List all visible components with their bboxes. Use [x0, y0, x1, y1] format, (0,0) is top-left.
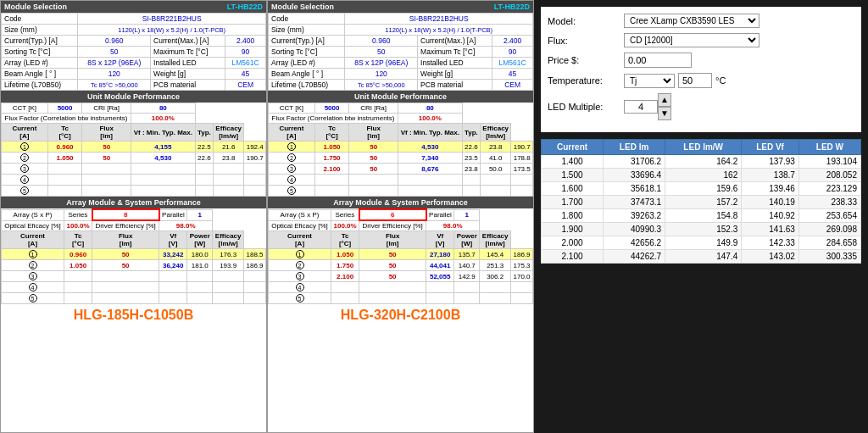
temp-tj-select[interactable]: Tj — [624, 74, 675, 88]
unit-row-0: 1 0.960 50 4,155 22.5 21.6 192.4 — [2, 142, 266, 153]
mod-header-left-left: Module Selection — [4, 3, 67, 11]
temp-label: Temperature: — [548, 75, 624, 86]
price-input[interactable] — [624, 53, 692, 68]
big-label-right: HLG-320H-C2100B — [268, 304, 533, 326]
unit-row-1: 2 1.750 50 7,340 23.5 41.0 178.8 — [269, 153, 533, 164]
array-header-left: Array Module & System Performance — [1, 197, 266, 208]
array-config-table-right: Array (S x P) Series 6 Parallel 1 Optica… — [268, 208, 533, 304]
modules-panel: Module Selection LT-HB22D Code SI-B8R221… — [0, 0, 534, 433]
flux-select[interactable]: CD [12000] — [624, 33, 760, 47]
module-col-right: Module Selection LT-HB22D Code SI-B8R221… — [267, 0, 534, 433]
unit-header-left: Unit Module Performance — [1, 91, 266, 103]
unit-row-2: 3 — [2, 164, 266, 175]
array-header-right: Array Module & System Performance — [268, 197, 533, 208]
led-data-table: Current LED lm LED lm/W LED Vf LED W 1.4… — [541, 139, 861, 264]
array-row-3: 4 — [269, 282, 533, 293]
mod-header-right-left: LT-HB22D — [227, 3, 263, 11]
temp-value-input[interactable] — [678, 73, 712, 88]
cct-table-right: CCT [K] 5000 CRI [Ra] 80 Flux Factor (Co… — [268, 103, 533, 197]
array-row-2: 3 2.100 50 52,055 142.9 306.2 170.0 — [269, 271, 533, 282]
price-label: Price $: — [548, 55, 624, 65]
led-col-vf: LED Vf — [742, 140, 799, 155]
led-table-row: 1.400 31706.2 164.2 137.93 193.104 — [542, 155, 861, 169]
led-multiple-down[interactable]: ▼ — [658, 107, 671, 120]
array-row-3: 4 — [2, 282, 266, 293]
array-config-table-left: Array (S x P) Series 8 Parallel 1 Optica… — [1, 208, 266, 304]
right-panel: Model: Cree XLamp CXB3590 LES Flux: CD [… — [534, 0, 868, 433]
mod-header-right-right: LT-HB22D — [494, 3, 530, 11]
module-col-left: Module Selection LT-HB22D Code SI-B8R221… — [0, 0, 267, 433]
array-row-4: 5 — [269, 293, 533, 304]
model-label: Model: — [548, 16, 624, 26]
info-table-left: Code SI-B8R221B2HUS Size (mm) 1120(L) x … — [1, 13, 266, 91]
unit-row-3: 4 — [2, 175, 266, 186]
mod-header-left-right: Module Selection — [271, 3, 334, 11]
array-row-1: 2 1.750 50 44,041 140.7 251.3 175.3 — [269, 260, 533, 271]
led-multiple-up[interactable]: ▲ — [658, 93, 671, 107]
config-section: Model: Cree XLamp CXB3590 LES Flux: CD [… — [541, 7, 861, 132]
unit-row-1: 2 1.050 50 4,530 22.6 23.8 190.7 — [2, 153, 266, 164]
unit-row-4: 5 — [269, 186, 533, 197]
unit-row-0: 1 1.050 50 4,530 22.6 23.8 190.7 — [269, 142, 533, 153]
led-table-row: 2.100 44262.7 147.4 143.02 300.335 — [542, 250, 861, 264]
led-table-row: 2.000 42656.2 149.9 142.33 284.658 — [542, 236, 861, 250]
led-multiple-row: LED Multiple: ▲ ▼ — [548, 93, 854, 120]
led-table-row: 1.700 37473.1 157.2 140.19 238.33 — [542, 196, 861, 209]
array-row-1: 2 1.050 50 36,240 181.0 193.9 186.9 — [2, 260, 266, 271]
array-row-4: 5 — [2, 293, 266, 304]
array-row-0: 1 1.050 50 27,180 135.7 145.4 186.9 — [269, 249, 533, 260]
big-label-left: HLG-185H-C1050B — [1, 304, 266, 326]
price-row: Price $: — [548, 53, 854, 68]
cct-table-left: CCT [K] 5000 CRI [Ra] 80 Flux Factor (Co… — [1, 103, 266, 197]
led-table-row: 1.900 40990.3 152.3 141.63 269.098 — [542, 223, 861, 236]
led-multiple-spinner: ▲ ▼ — [624, 93, 671, 120]
unit-row-4: 5 — [2, 186, 266, 197]
temp-unit: °C — [715, 75, 726, 86]
led-col-lm-w: LED lm/W — [665, 140, 742, 155]
led-col-current: Current — [542, 140, 604, 155]
array-row-0: 1 0.960 50 33,242 180.0 176.3 188.5 — [2, 249, 266, 260]
led-table-row: 1.500 33696.4 162 138.7 208.052 — [542, 169, 861, 182]
led-table-row: 1.800 39263.2 154.8 140.92 253.654 — [542, 209, 861, 223]
temp-row: Temperature: Tj °C — [548, 73, 854, 88]
unit-row-2: 3 2.100 50 8,676 23.8 50.0 173.5 — [269, 164, 533, 175]
mod-header-right: Module Selection LT-HB22D — [268, 1, 533, 13]
array-row-2: 3 — [2, 271, 266, 282]
model-select[interactable]: Cree XLamp CXB3590 LES — [624, 14, 760, 28]
info-table-right: Code SI-B8R221B2HUS Size (mm) 1120(L) x … — [268, 13, 533, 91]
led-col-lm: LED lm — [604, 140, 665, 155]
led-col-w: LED W — [798, 140, 860, 155]
mod-header-left: Module Selection LT-HB22D — [1, 1, 266, 13]
led-multiple-input[interactable] — [624, 100, 658, 114]
led-table-row: 1.600 35618.1 159.6 139.46 223.129 — [542, 182, 861, 196]
unit-row-3: 4 — [269, 175, 533, 186]
flux-label: Flux: — [548, 36, 624, 46]
led-multiple-label: LED Multiple: — [548, 102, 624, 112]
model-row: Model: Cree XLamp CXB3590 LES — [548, 14, 854, 28]
unit-header-right: Unit Module Performance — [268, 91, 533, 103]
flux-row: Flux: CD [12000] — [548, 33, 854, 47]
